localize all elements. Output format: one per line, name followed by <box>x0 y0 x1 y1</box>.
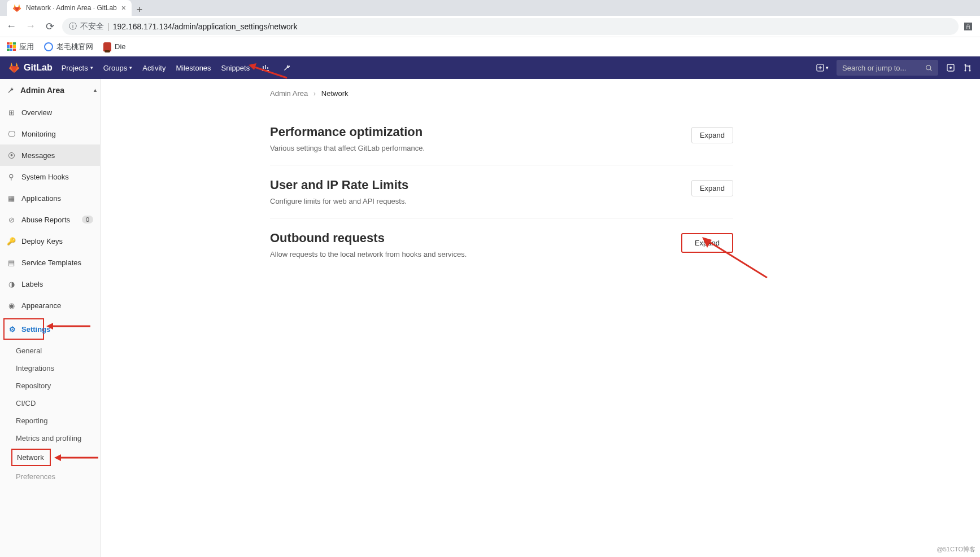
svg-point-3 <box>949 67 952 69</box>
sidebar-item-service-templates[interactable]: ▤Service Templates <box>0 252 100 273</box>
svg-marker-12 <box>54 454 61 461</box>
translate-icon[interactable]: 🅰 <box>964 22 975 31</box>
dashboard-icon: ⊞ <box>7 108 16 117</box>
watermark: @51CTO博客 <box>937 545 975 554</box>
reload-button[interactable]: ⟳ <box>43 20 56 33</box>
bookmarks-bar: 应用 老毛桃官网 Die <box>0 37 980 56</box>
nav-snippets[interactable]: Snippets <box>221 64 250 72</box>
abuse-icon: ⊘ <box>7 216 16 224</box>
header-issues-icon[interactable] <box>946 63 955 72</box>
annotation-arrow <box>46 321 92 332</box>
sidebar-sub-network[interactable]: Network <box>11 449 51 466</box>
sidebar-sub-preferences[interactable]: Preferences <box>0 468 100 485</box>
plus-box-icon <box>816 64 824 72</box>
collapse-icon[interactable]: ▴ <box>94 87 97 93</box>
header-search-input[interactable]: Search or jump to... <box>837 60 938 76</box>
sidebar-sub-general[interactable]: General <box>0 342 100 359</box>
gitlab-top-nav: Projects▾ Groups▾ Activity Milestones Sn… <box>62 63 293 72</box>
expand-button-performance[interactable]: Expand <box>691 127 733 143</box>
nav-activity[interactable]: Activity <box>142 64 165 72</box>
sidebar-item-messages[interactable]: ⦿Messages <box>0 144 100 166</box>
sidebar-sub-cicd[interactable]: CI/CD <box>0 394 100 412</box>
bookmark-apps[interactable]: 应用 <box>7 42 34 52</box>
sidebar-item-applications[interactable]: ▦Applications <box>0 187 100 209</box>
section-title: Performance optimization <box>270 125 425 139</box>
section-performance: Performance optimization Various setting… <box>270 112 733 165</box>
sidebar-item-abuse-reports[interactable]: ⊘Abuse Reports0 <box>0 209 100 230</box>
admin-sidebar: Admin Area ▴ ⊞Overview 🖵Monitoring ⦿Mess… <box>0 79 101 557</box>
browser-tab-active[interactable]: Network · Admin Area · GitLab × <box>7 0 132 16</box>
nav-analytics-icon[interactable] <box>260 63 271 72</box>
sidebar-sub-integrations[interactable]: Integrations <box>0 359 100 377</box>
gitlab-logo[interactable]: GitLab <box>8 62 53 74</box>
sidebar-item-deploy-keys[interactable]: 🔑Deploy Keys <box>0 230 100 252</box>
svg-point-5 <box>965 70 966 72</box>
gear-icon: ⚙ <box>9 325 16 334</box>
section-desc: Configure limits for web and API request… <box>270 197 408 205</box>
wrench-icon <box>7 86 15 94</box>
browser-tab-strip: Network · Admin Area · GitLab × + <box>0 0 980 16</box>
section-desc: Various settings that affect GitLab perf… <box>270 144 425 152</box>
sidebar-sub-repository[interactable]: Repository <box>0 377 100 394</box>
sidebar-item-settings[interactable]: ⚙ Settings <box>3 318 44 340</box>
sidebar-item-labels[interactable]: ◑Labels <box>0 273 100 295</box>
header-new-dropdown[interactable]: ▾ <box>816 64 829 72</box>
gitlab-logo-icon <box>8 62 20 74</box>
sidebar-sub-metrics[interactable]: Metrics and profiling <box>0 429 100 447</box>
section-outbound: Outbound requests Allow requests to the … <box>270 218 733 271</box>
address-bar[interactable]: ⓘ 不安全 | 192.168.171.134/admin/applicatio… <box>62 18 959 35</box>
sidebar-header[interactable]: Admin Area ▴ <box>0 79 100 102</box>
new-tab-button[interactable]: + <box>132 3 147 16</box>
expand-button-rate[interactable]: Expand <box>691 180 733 196</box>
svg-point-6 <box>969 70 971 72</box>
breadcrumb: Admin Area › Network <box>270 89 733 102</box>
chevron-down-icon: ▾ <box>90 65 93 71</box>
apps-grid-icon <box>7 42 16 51</box>
close-tab-icon[interactable]: × <box>121 3 126 12</box>
info-icon: ⓘ <box>69 21 77 32</box>
sidebar-item-system-hooks[interactable]: ⚲System Hooks <box>0 166 100 187</box>
forward-button[interactable]: → <box>24 20 37 33</box>
back-button[interactable]: ← <box>5 20 18 33</box>
section-title: User and IP Rate Limits <box>270 178 408 192</box>
header-mr-icon[interactable] <box>963 63 972 72</box>
expand-button-outbound[interactable]: Expand <box>681 233 733 253</box>
breadcrumb-admin[interactable]: Admin Area <box>270 89 308 98</box>
section-desc: Allow requests to the local network from… <box>270 250 467 258</box>
svg-point-4 <box>965 64 966 66</box>
nav-admin-wrench-icon[interactable] <box>281 63 293 72</box>
main-content: Admin Area › Network Performance optimiz… <box>101 79 980 557</box>
security-label: 不安全 <box>80 21 104 32</box>
bookmark-die[interactable]: Die <box>103 42 126 51</box>
url-text: 192.168.171.134/admin/application_settin… <box>113 22 298 31</box>
die-icon <box>103 42 111 51</box>
section-title: Outbound requests <box>270 231 467 245</box>
section-rate-limits: User and IP Rate Limits Configure limits… <box>270 165 733 218</box>
chevron-down-icon: ▾ <box>826 65 829 71</box>
annotation-arrow <box>54 452 99 463</box>
nav-groups[interactable]: Groups▾ <box>103 64 133 72</box>
gitlab-header: GitLab Projects▾ Groups▾ Activity Milest… <box>0 56 980 79</box>
broadcast-icon: ⦿ <box>7 151 16 160</box>
laomaotao-icon <box>44 42 53 51</box>
abuse-count-badge: 0 <box>82 216 93 223</box>
key-icon: 🔑 <box>7 237 16 245</box>
bookmark-laomaotao[interactable]: 老毛桃官网 <box>44 42 93 52</box>
label-icon: ◑ <box>7 280 16 288</box>
nav-milestones[interactable]: Milestones <box>176 64 211 72</box>
monitor-icon: 🖵 <box>7 130 16 138</box>
svg-point-1 <box>926 65 931 69</box>
template-icon: ▤ <box>7 258 16 267</box>
apps-icon: ▦ <box>7 194 16 203</box>
chevron-down-icon: ▾ <box>129 65 132 71</box>
sidebar-item-appearance[interactable]: ◉Appearance <box>0 295 100 316</box>
nav-projects[interactable]: Projects▾ <box>62 64 93 72</box>
hook-icon: ⚲ <box>7 173 16 181</box>
sidebar-item-overview[interactable]: ⊞Overview <box>0 102 100 123</box>
sidebar-item-monitoring[interactable]: 🖵Monitoring <box>0 123 100 144</box>
browser-tab-title: Network · Admin Area · GitLab <box>26 4 117 12</box>
appearance-icon: ◉ <box>7 301 16 310</box>
sidebar-sub-reporting[interactable]: Reporting <box>0 412 100 429</box>
browser-toolbar: ← → ⟳ ⓘ 不安全 | 192.168.171.134/admin/appl… <box>0 16 980 37</box>
search-icon <box>925 64 933 72</box>
